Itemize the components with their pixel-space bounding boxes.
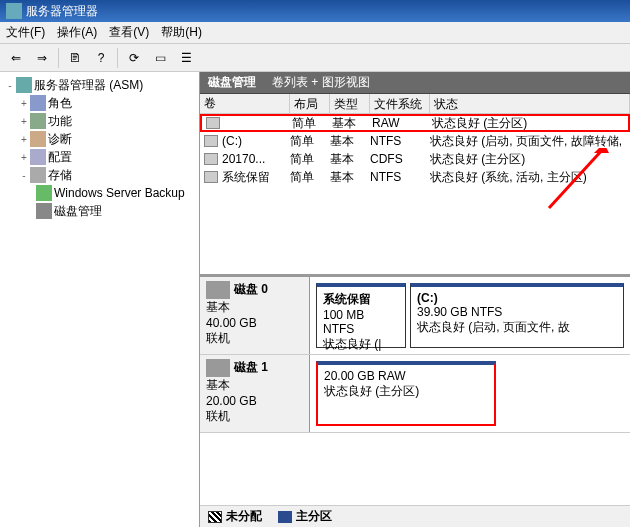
tree-diskmgmt[interactable]: 磁盘管理: [2, 202, 197, 220]
forward-button[interactable]: ⇒: [30, 47, 54, 69]
tree-label: 磁盘管理: [54, 203, 102, 220]
menu-bar: 文件(F) 操作(A) 查看(V) 帮助(H): [0, 22, 630, 44]
volume-list: 卷 布局 类型 文件系统 状态 简单 基本 RAW 状态良好 (主分区) (C:…: [200, 94, 630, 274]
disk-icon: [206, 281, 230, 299]
content-header: 磁盘管理 卷列表 + 图形视图: [200, 72, 630, 94]
legend-primary: 主分区: [278, 508, 332, 525]
app-icon: [6, 3, 22, 19]
col-status[interactable]: 状态: [430, 94, 630, 113]
roles-icon: [30, 95, 46, 111]
window-title: 服务器管理器: [26, 3, 98, 20]
disk-name: 磁盘 0: [234, 282, 268, 296]
content-title: 磁盘管理: [208, 74, 256, 91]
volume-header: 卷 布局 类型 文件系统 状态: [200, 94, 630, 114]
title-bar: 服务器管理器: [0, 0, 630, 22]
toolbar: ⇐ ⇒ 🖹 ? ⟳ ▭ ☰: [0, 44, 630, 72]
disk-kind: 基本: [206, 299, 303, 316]
menu-help[interactable]: 帮助(H): [161, 24, 202, 41]
legend-unallocated: 未分配: [208, 508, 262, 525]
col-layout[interactable]: 布局: [290, 94, 330, 113]
tree-root[interactable]: -服务器管理器 (ASM): [2, 76, 197, 94]
vol-layout: 简单: [290, 169, 330, 186]
disk-name: 磁盘 1: [234, 360, 268, 374]
tree-features[interactable]: +功能: [2, 112, 197, 130]
disk-row[interactable]: 磁盘 0 基本 40.00 GB 联机 系统保留 100 MB NTFS 状态良…: [200, 277, 630, 355]
part-title: (C:): [417, 291, 438, 305]
vol-type: 基本: [330, 133, 370, 150]
tree-label: 功能: [48, 113, 72, 130]
disk-label: 磁盘 1 基本 20.00 GB 联机: [200, 355, 310, 432]
vol-status: 状态良好 (启动, 页面文件, 故障转储,: [430, 133, 630, 150]
tree-label: Windows Server Backup: [54, 186, 185, 200]
col-type[interactable]: 类型: [330, 94, 370, 113]
tree-root-label: 服务器管理器 (ASM): [34, 77, 143, 94]
storage-icon: [30, 167, 46, 183]
vol-name: 20170...: [222, 152, 265, 166]
swatch-unallocated: [208, 511, 222, 523]
legend-label: 未分配: [226, 509, 262, 523]
vol-fs: NTFS: [370, 170, 430, 184]
tree-storage[interactable]: -存储: [2, 166, 197, 184]
toolbar-sep: [117, 48, 118, 68]
menu-action[interactable]: 操作(A): [57, 24, 97, 41]
show-hide-button[interactable]: 🖹: [63, 47, 87, 69]
volume-row[interactable]: 系统保留 简单 基本 NTFS 状态良好 (系统, 活动, 主分区): [200, 168, 630, 186]
disk-graphical-view: 磁盘 0 基本 40.00 GB 联机 系统保留 100 MB NTFS 状态良…: [200, 274, 630, 505]
disk-row[interactable]: 磁盘 1 基本 20.00 GB 联机 20.00 GB RAW 状态良好 (主…: [200, 355, 630, 433]
diagnostics-icon: [30, 131, 46, 147]
tree-label: 角色: [48, 95, 72, 112]
refresh-button[interactable]: ⟳: [122, 47, 146, 69]
legend-label: 主分区: [296, 509, 332, 523]
help-button[interactable]: ?: [89, 47, 113, 69]
content-panel: 磁盘管理 卷列表 + 图形视图 卷 布局 类型 文件系统 状态 简单 基本 RA…: [200, 72, 630, 527]
wsb-icon: [36, 185, 52, 201]
volume-icon: [206, 117, 220, 129]
volume-icon: [204, 153, 218, 165]
col-fs[interactable]: 文件系统: [370, 94, 430, 113]
vol-type: 基本: [332, 115, 372, 132]
tree-config[interactable]: +配置: [2, 148, 197, 166]
tree-label: 配置: [48, 149, 72, 166]
volume-row[interactable]: 简单 基本 RAW 状态良好 (主分区): [200, 114, 630, 132]
tree-roles[interactable]: +角色: [2, 94, 197, 112]
tree-label: 诊断: [48, 131, 72, 148]
volume-row[interactable]: 20170... 简单 基本 CDFS 状态良好 (主分区): [200, 150, 630, 168]
part-status: 状态良好 (主分区): [324, 384, 419, 398]
vol-layout: 简单: [290, 133, 330, 150]
view-button[interactable]: ▭: [148, 47, 172, 69]
back-button[interactable]: ⇐: [4, 47, 28, 69]
content-subtitle: 卷列表 + 图形视图: [272, 74, 370, 91]
vol-status: 状态良好 (系统, 活动, 主分区): [430, 169, 630, 186]
partition[interactable]: 系统保留 100 MB NTFS 状态良好 (|: [316, 283, 406, 348]
partition[interactable]: (C:) 39.90 GB NTFS 状态良好 (启动, 页面文件, 故: [410, 283, 624, 348]
tree-label: 存储: [48, 167, 72, 184]
partition-highlighted[interactable]: 20.00 GB RAW 状态良好 (主分区): [316, 361, 496, 426]
disk-label: 磁盘 0 基本 40.00 GB 联机: [200, 277, 310, 354]
vol-fs: NTFS: [370, 134, 430, 148]
vol-status: 状态良好 (主分区): [432, 115, 628, 132]
volume-row[interactable]: (C:) 简单 基本 NTFS 状态良好 (启动, 页面文件, 故障转储,: [200, 132, 630, 150]
vol-type: 基本: [330, 151, 370, 168]
volume-rows: 简单 基本 RAW 状态良好 (主分区) (C:) 简单 基本 NTFS 状态良…: [200, 114, 630, 274]
config-icon: [30, 149, 46, 165]
col-name[interactable]: 卷: [200, 94, 290, 113]
part-size: 100 MB NTFS: [323, 308, 364, 336]
menu-file[interactable]: 文件(F): [6, 24, 45, 41]
list-button[interactable]: ☰: [174, 47, 198, 69]
part-title: 系统保留: [323, 292, 371, 306]
disk-size: 40.00 GB: [206, 316, 303, 330]
tree-diagnostics[interactable]: +诊断: [2, 130, 197, 148]
part-size: 20.00 GB RAW: [324, 369, 406, 383]
toolbar-sep: [58, 48, 59, 68]
swatch-primary: [278, 511, 292, 523]
disk-kind: 基本: [206, 377, 303, 394]
disk-size: 20.00 GB: [206, 394, 303, 408]
disk-icon: [206, 359, 230, 377]
vol-name: (C:): [222, 134, 242, 148]
server-icon: [16, 77, 32, 93]
vol-status: 状态良好 (主分区): [430, 151, 630, 168]
menu-view[interactable]: 查看(V): [109, 24, 149, 41]
part-size: 39.90 GB NTFS: [417, 305, 502, 319]
tree-wsb[interactable]: Windows Server Backup: [2, 184, 197, 202]
volume-icon: [204, 171, 218, 183]
